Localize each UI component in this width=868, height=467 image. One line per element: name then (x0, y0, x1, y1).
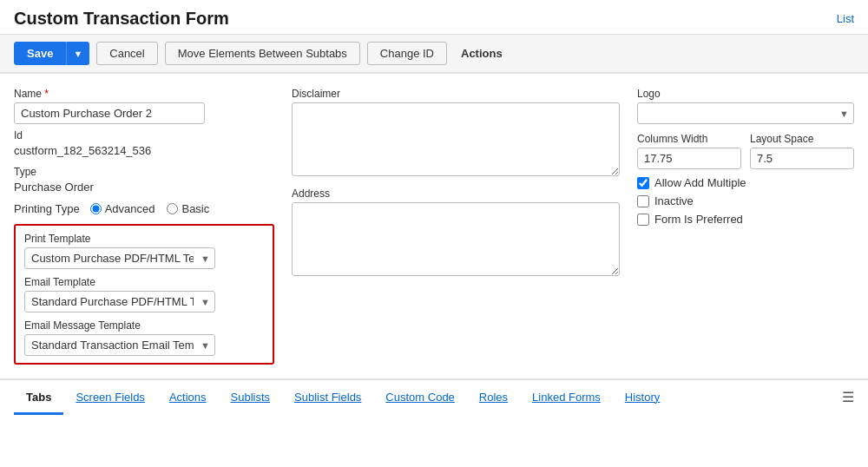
logo-label: Logo (637, 88, 854, 100)
printing-type-advanced-label: Advanced (105, 202, 155, 215)
printing-type-label: Printing Type (14, 202, 80, 215)
inactive-label: Inactive (654, 194, 694, 207)
tab-actions[interactable]: Actions (157, 382, 219, 415)
toolbar: Save ▼ Cancel Move Elements Between Subt… (0, 35, 868, 74)
right-column: Logo ▼ Columns Width Layout Space (637, 88, 854, 365)
columns-width-label: Columns Width (637, 133, 741, 145)
disclaimer-label: Disclaimer (292, 88, 620, 100)
name-input[interactable] (14, 102, 205, 124)
tab-roles[interactable]: Roles (467, 382, 520, 415)
logo-select-wrap: ▼ (637, 102, 854, 124)
tab-history[interactable]: History (613, 382, 672, 415)
print-template-field: Print Template Custom Purchase PDF/HTML … (24, 233, 264, 269)
layout-space-field: Layout Space (750, 133, 854, 169)
email-template-select[interactable]: Standard Purchase PDF/HTML Templ... (24, 291, 215, 312)
printing-type-basic-radio[interactable] (167, 203, 178, 214)
change-id-button[interactable]: Change ID (367, 42, 447, 65)
tab-sublist-fields[interactable]: Sublist Fields (282, 382, 373, 415)
printing-type-basic-option[interactable]: Basic (167, 202, 209, 215)
tabs-bar: Tabs Screen Fields Actions Sublists Subl… (0, 378, 868, 414)
chevron-down-icon: ▼ (73, 49, 82, 59)
print-template-select[interactable]: Custom Purchase PDF/HTML Templat... (24, 247, 215, 269)
required-indicator: * (44, 88, 49, 100)
left-column: Name * Id custform_182_563214_536 Type P… (14, 88, 274, 365)
logo-select[interactable] (637, 102, 854, 124)
move-elements-button[interactable]: Move Elements Between Subtabs (165, 42, 360, 65)
id-value: custform_182_563214_536 (14, 144, 274, 157)
type-label: Type (14, 166, 274, 178)
layout-space-input[interactable] (750, 148, 854, 169)
save-button-group: Save ▼ (14, 42, 89, 65)
list-link[interactable]: List (837, 12, 854, 25)
printing-type-basic-label: Basic (181, 202, 209, 215)
print-template-label: Print Template (24, 233, 264, 245)
form-is-preferred-checkbox[interactable] (637, 214, 649, 226)
allow-add-multiple-checkbox[interactable] (637, 177, 649, 189)
email-message-template-select-wrap: Standard Transaction Email Template ▼ (24, 334, 215, 356)
allow-add-multiple-row: Allow Add Multiple (637, 176, 854, 189)
allow-add-multiple-label: Allow Add Multiple (654, 176, 746, 189)
email-message-template-select[interactable]: Standard Transaction Email Template (24, 334, 215, 356)
email-template-field: Email Template Standard Purchase PDF/HTM… (24, 276, 264, 312)
inactive-row: Inactive (637, 194, 854, 207)
printing-type-advanced-radio[interactable] (90, 203, 102, 214)
tab-custom-code[interactable]: Custom Code (373, 382, 466, 415)
save-dropdown-button[interactable]: ▼ (66, 42, 89, 65)
id-label: Id (14, 129, 274, 141)
tab-sublists[interactable]: Sublists (219, 382, 283, 415)
form-is-preferred-row: Form Is Preferred (637, 213, 854, 226)
type-value: Purchase Order (14, 181, 274, 194)
disclaimer-textarea[interactable] (292, 102, 620, 176)
actions-menu[interactable]: Actions (454, 43, 510, 64)
template-box: Print Template Custom Purchase PDF/HTML … (14, 224, 274, 365)
tab-linked-forms[interactable]: Linked Forms (520, 382, 613, 415)
address-textarea[interactable] (292, 202, 620, 276)
cancel-button[interactable]: Cancel (96, 42, 157, 65)
printing-type-radio-group: Advanced Basic (90, 202, 210, 215)
form-is-preferred-label: Form Is Preferred (654, 213, 743, 226)
tab-screen-fields[interactable]: Screen Fields (63, 382, 156, 415)
layout-space-label: Layout Space (750, 133, 854, 145)
columns-width-field: Columns Width (637, 133, 741, 169)
email-message-template-field: Email Message Template Standard Transact… (24, 319, 264, 356)
tab-tabs[interactable]: Tabs (14, 382, 63, 415)
print-template-select-wrap: Custom Purchase PDF/HTML Templat... ▼ (24, 247, 215, 269)
save-button[interactable]: Save (14, 42, 66, 65)
address-label: Address (292, 187, 620, 200)
inactive-checkbox[interactable] (637, 195, 649, 207)
printing-type-advanced-option[interactable]: Advanced (90, 202, 155, 215)
tabs-settings-icon[interactable]: ☰ (842, 380, 854, 414)
email-template-label: Email Template (24, 276, 264, 288)
email-message-template-label: Email Message Template (24, 319, 264, 332)
middle-column: Disclaimer Address (292, 88, 620, 365)
email-template-select-wrap: Standard Purchase PDF/HTML Templ... ▼ (24, 291, 215, 312)
columns-width-input[interactable] (637, 148, 741, 169)
page-title: Custom Transaction Form (14, 9, 229, 29)
name-label: Name * (14, 88, 274, 100)
